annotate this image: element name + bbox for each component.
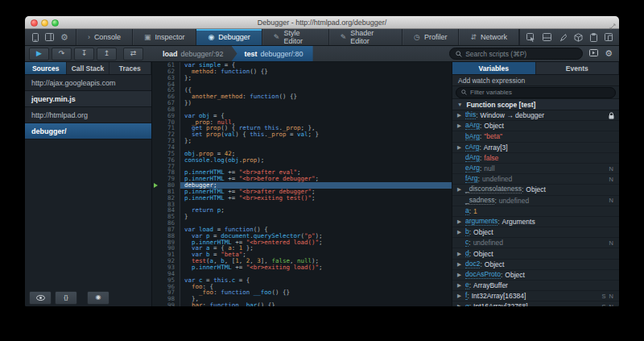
scratchpad-icon[interactable] (590, 33, 597, 42)
blackbox-eye-button[interactable] (29, 291, 52, 305)
add-watch-expression[interactable]: Add watch expression (452, 75, 619, 86)
expand-twisty-icon[interactable]: ▶ (457, 186, 465, 193)
line-number[interactable]: 93 (152, 264, 180, 271)
variable-row[interactable]: ▶doc2:Object (452, 260, 619, 270)
line-number[interactable]: 88 (152, 233, 180, 239)
line-number[interactable]: 78 (152, 169, 180, 176)
line-number[interactable]: 73 (152, 138, 180, 144)
line-number[interactable]: 91 (152, 252, 180, 258)
variable-row[interactable]: _sadness:undefinedN (452, 196, 619, 206)
expand-twisty-icon[interactable]: ▶ (457, 272, 465, 278)
line-number[interactable]: 76 (152, 157, 180, 164)
line-number[interactable]: 64 (152, 81, 180, 88)
pick-element-icon[interactable] (526, 33, 535, 42)
line-number[interactable]: 67 (152, 100, 180, 106)
line-number[interactable]: 61 (152, 62, 180, 69)
resume-button[interactable]: ▶ (29, 48, 49, 60)
line-number[interactable]: 66 (152, 94, 180, 100)
code-line[interactable]: return p; (180, 207, 452, 214)
code-line[interactable]: }) (180, 100, 452, 106)
line-number[interactable]: 94 (152, 271, 180, 277)
toolbox-tab-shader-editor[interactable]: ✎Shader Editor (329, 29, 402, 45)
variable-row[interactable]: ▶aArg:Object (452, 121, 619, 131)
code-line[interactable]: } (180, 214, 452, 220)
expand-twisty-icon[interactable]: ▶ (457, 112, 465, 119)
line-number[interactable]: 74 (152, 144, 180, 151)
line-number[interactable]: 65 (152, 87, 180, 94)
code-line[interactable]: }; (180, 138, 452, 144)
resize-grip-icon[interactable] (609, 19, 616, 33)
line-number[interactable]: 75 (152, 151, 180, 157)
line-number[interactable]: 99 (152, 302, 180, 306)
code-area[interactable]: var simple = { method: function() {}};({… (180, 62, 452, 306)
variable-row[interactable]: ▶b:Object (452, 227, 619, 238)
expand-twisty-icon[interactable]: ▶ (457, 218, 465, 225)
sidebar-toggle-icon[interactable] (45, 33, 54, 41)
variable-row[interactable]: ▶arguments:Arguments (452, 217, 619, 227)
line-number[interactable]: 87 (152, 227, 180, 233)
toggle-breakpoints-button[interactable]: ◉ (87, 291, 109, 305)
toolbox-tab-profiler[interactable]: ◷Profiler (402, 29, 459, 45)
expand-twisty-icon[interactable]: ▶ (457, 303, 465, 306)
line-number[interactable]: 62 (152, 69, 180, 75)
code-line[interactable]: p.innerHTML += "<br>exiting load()"; (180, 264, 452, 271)
variable-row[interactable]: ▶cArg:Array[3] (452, 143, 619, 153)
line-number-gutter[interactable]: 6162636465666768697071727374757677787980… (152, 62, 180, 306)
variable-row[interactable]: dArg:false (452, 153, 619, 164)
variable-row[interactable]: ▶_disconsolateness:Object (452, 185, 619, 195)
line-number[interactable]: 80 (152, 182, 180, 189)
expand-twisty-icon[interactable]: ▶ (457, 261, 465, 268)
variable-row[interactable]: bArg:"beta" (452, 131, 619, 142)
code-line[interactable]: var c = this.c = { (180, 277, 452, 284)
function-scope-header[interactable]: ▼ Function scope [test] (452, 99, 619, 110)
line-number[interactable]: 69 (152, 113, 180, 119)
variable-row[interactable]: ▶docAsProto:Object (452, 270, 619, 281)
variable-row[interactable]: a:1 (452, 206, 619, 217)
toolbox-tab-style-editor[interactable]: ✎Style Editor (262, 29, 329, 45)
line-number[interactable]: 96 (152, 284, 180, 290)
line-number[interactable]: 81 (152, 189, 180, 195)
search-scripts-input[interactable] (465, 50, 576, 58)
expand-twisty-icon[interactable]: ▶ (457, 144, 465, 151)
tab-traces[interactable]: Traces (109, 62, 151, 74)
step-out-button[interactable]: ↥ (97, 48, 117, 60)
line-number[interactable]: 86 (152, 220, 180, 227)
line-number[interactable]: 92 (152, 258, 180, 264)
code-line[interactable]: bar: function bar() {}, (180, 302, 452, 306)
collapse-twisty-icon[interactable]: ▼ (457, 102, 462, 107)
zoom-window-button[interactable] (52, 19, 59, 27)
line-number[interactable]: 85 (152, 214, 180, 220)
toggle-panel-icon[interactable] (589, 49, 598, 58)
code-line[interactable]: p.innerHTML += "<br>before debugger"; (180, 176, 452, 182)
line-number[interactable]: 71 (152, 125, 180, 131)
variable-row[interactable]: ▶this:Window → debugger (452, 110, 619, 121)
source-item[interactable]: http://htmlpad.org (25, 107, 151, 123)
variable-row[interactable]: fArg:undefinedN (452, 174, 619, 185)
variable-row[interactable]: ▶f:Int32Array[16384]S N (452, 291, 619, 301)
toolbox-tab-debugger[interactable]: ◉Debugger (196, 29, 262, 45)
tab-call-stack[interactable]: Call Stack (67, 62, 109, 74)
step-in-button[interactable]: ↧ (74, 48, 94, 60)
line-number[interactable]: 82 (152, 195, 180, 202)
expand-twisty-icon[interactable]: ▶ (457, 123, 465, 129)
minimize-window-button[interactable] (41, 19, 48, 27)
line-number[interactable]: 79 (152, 176, 180, 182)
toolbox-tab-console[interactable]: ›Console (76, 29, 133, 45)
code-line[interactable]: another_method: function() {} (180, 94, 452, 100)
line-number[interactable]: 83 (152, 202, 180, 208)
source-item[interactable]: jquery.min.js (25, 91, 151, 107)
code-line[interactable]: method: function() {} (180, 69, 452, 75)
line-number[interactable]: 98 (152, 296, 180, 302)
line-number[interactable]: 84 (152, 207, 180, 214)
responsive-mode-icon[interactable] (605, 33, 613, 41)
line-number[interactable]: 89 (152, 239, 180, 246)
phone-dock-icon[interactable] (32, 33, 39, 42)
tab-events[interactable]: Events (536, 62, 620, 74)
toggle-panes-button[interactable]: ⇄ (123, 48, 143, 60)
line-number[interactable]: 63 (152, 75, 180, 81)
line-number[interactable]: 70 (152, 119, 180, 126)
variable-row[interactable]: ▶g:Int16Array[32768]S N (452, 301, 619, 306)
code-line[interactable]: p.innerHTML += "<br>exiting test()"; (180, 195, 452, 202)
code-line[interactable]: }; (180, 75, 452, 81)
close-window-button[interactable] (31, 19, 38, 27)
